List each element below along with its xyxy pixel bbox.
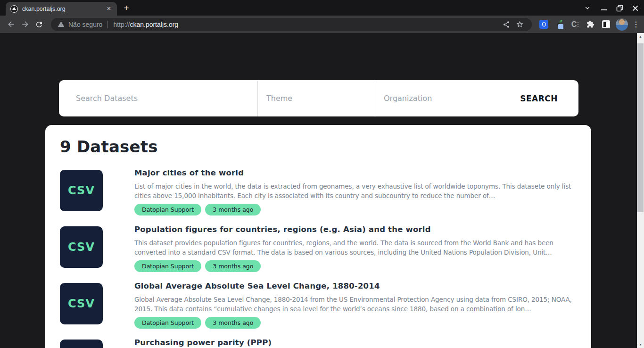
address-bar[interactable]: Não seguro http:// ckan.portaljs.org	[51, 18, 532, 31]
age-badge: 3 months ago	[205, 204, 261, 215]
colorzilla-extension-icon[interactable]: C	[568, 17, 582, 32]
badges-row: Datopian Support 3 months ago	[134, 260, 261, 272]
dataset-title-link[interactable]: Purchasing power parity (PPP)	[134, 338, 272, 347]
age-badge: 3 months ago	[205, 260, 261, 272]
dataset-description: Global Average Absolute Sea Level Change…	[134, 295, 578, 314]
badges-row: Datopian Support 3 months ago	[134, 317, 261, 329]
share-icon[interactable]	[500, 17, 513, 32]
url-separator	[107, 21, 108, 28]
csv-format-label: CSV	[68, 184, 95, 197]
tab-search-chevron-icon[interactable]	[581, 3, 594, 13]
dataset-list: CSV Major cities of the world List of ma…	[45, 168, 591, 348]
new-tab-button[interactable]: +	[122, 4, 131, 13]
close-window-button[interactable]	[629, 3, 641, 13]
scroll-up-arrow-icon[interactable]: ▲	[637, 33, 644, 40]
browser-toolbar: Não seguro http:// ckan.portaljs.org C	[0, 16, 644, 33]
dataset-description: List of major cities in the world, the d…	[134, 182, 578, 200]
dataset-body: Major cities of the world List of major …	[134, 168, 578, 225]
dataset-row: CSV Major cities of the world List of ma…	[45, 168, 591, 225]
dataset-title-link[interactable]: Major cities of the world	[134, 168, 244, 177]
search-datasets-input[interactable]	[76, 94, 257, 103]
site-favicon-icon	[10, 5, 18, 13]
csv-format-icon: CSV	[60, 283, 103, 324]
not-secure-warning-icon	[58, 21, 65, 28]
browser-window: ckan.portaljs.org × +	[0, 0, 644, 348]
search-panel: SEARCH	[59, 80, 578, 116]
scroll-down-arrow-icon[interactable]: ▼	[637, 341, 644, 348]
csv-format-icon: CSV	[60, 170, 103, 211]
csv-format-icon: CSV	[60, 340, 103, 348]
reload-button[interactable]	[32, 17, 46, 32]
tab-close-icon[interactable]: ×	[105, 5, 113, 13]
bookmark-star-icon[interactable]	[513, 17, 526, 32]
minimize-button[interactable]	[598, 3, 610, 13]
dataset-title-link[interactable]: Global Average Absolute Sea Level Change…	[134, 282, 380, 290]
csv-format-icon: CSV	[60, 226, 103, 268]
browser-menu-kebab-icon[interactable]: ⋮	[630, 17, 642, 32]
organization-field	[375, 80, 493, 116]
dataset-row: CSV Population figures for countries, re…	[45, 225, 591, 282]
org-badge[interactable]: Datopian Support	[134, 317, 201, 329]
tab-strip: ckan.portaljs.org × +	[0, 0, 644, 16]
results-count-heading: 9 Datasets	[60, 137, 158, 156]
url-host: ckan.portaljs.org	[130, 21, 178, 28]
dataset-title-link[interactable]: Population figures for countries, region…	[134, 225, 431, 234]
theme-field	[258, 80, 375, 116]
dataset-body: Population figures for countries, region…	[134, 225, 578, 282]
dataset-body: Global Average Absolute Sea Level Change…	[134, 282, 578, 338]
badges-row: Datopian Support 3 months ago	[134, 204, 261, 215]
theme-input[interactable]	[266, 94, 375, 103]
tab-title: ckan.portaljs.org	[22, 6, 105, 12]
org-badge[interactable]: Datopian Support	[134, 260, 201, 272]
browser-tab[interactable]: ckan.portaljs.org ×	[6, 2, 117, 16]
bitwarden-extension-icon[interactable]	[537, 17, 551, 32]
results-panel: 9 Datasets CSV Major cities of the world…	[45, 125, 591, 348]
security-label[interactable]: Não seguro	[68, 21, 102, 28]
extensions-area: C ⋮	[537, 17, 642, 32]
csv-format-label: CSV	[68, 240, 95, 254]
page-content: SEARCH 9 Datasets CSV Major cities of th…	[0, 33, 644, 348]
extensions-puzzle-icon[interactable]	[583, 17, 598, 32]
dataset-description: This dataset provides population figures…	[134, 238, 578, 257]
dataset-row: CSV Global Average Absolute Sea Level Ch…	[45, 282, 591, 338]
dataset-body: Purchasing power parity (PPP)	[134, 338, 578, 348]
age-badge: 3 months ago	[205, 317, 261, 329]
scrollbar-thumb[interactable]	[637, 43, 644, 212]
url-scheme: http://	[113, 21, 130, 28]
org-badge[interactable]: Datopian Support	[134, 204, 201, 215]
organization-input[interactable]	[384, 94, 493, 103]
profile-avatar[interactable]	[614, 17, 629, 32]
csv-format-label: CSV	[68, 297, 95, 310]
forward-button[interactable]	[18, 17, 32, 32]
search-button[interactable]: SEARCH	[520, 80, 558, 116]
page-scrollbar[interactable]: ▲ ▼	[637, 33, 644, 348]
eyedropper-extension-icon[interactable]	[552, 17, 567, 32]
search-datasets-field	[59, 80, 258, 116]
dataset-row: CSV Purchasing power parity (PPP)	[45, 338, 591, 348]
restore-button[interactable]	[613, 3, 626, 13]
dark-mode-extension-icon[interactable]	[599, 17, 613, 32]
back-button[interactable]	[4, 17, 18, 32]
